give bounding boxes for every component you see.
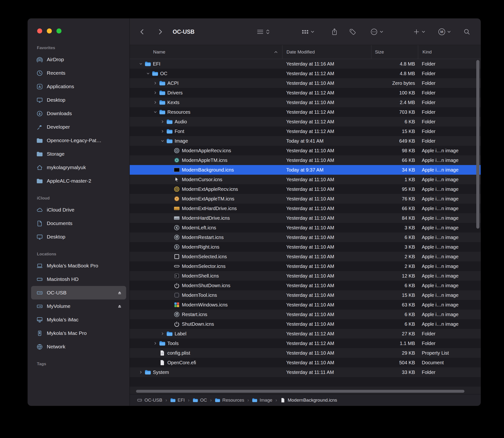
- sidebar-item-mykola-s-imac[interactable]: Mykola’s iMac: [31, 313, 126, 327]
- sidebar-item-mykolagrymalyuk[interactable]: mykolagrymalyuk: [31, 161, 126, 174]
- sidebar-item-airdrop[interactable]: AirDrop: [31, 53, 126, 66]
- table-row[interactable]: ResourcesYesterday at 11:12 AM703 KBFold…: [130, 107, 481, 117]
- table-row[interactable]: ModernExtHardDrive.icnsYesterday at 11:1…: [130, 204, 481, 213]
- table-row[interactable]: ShutDown.icnsYesterday at 11:10 AM6 KBAp…: [130, 319, 481, 329]
- table-row[interactable]: ModernAppleTM.icnsYesterday at 11:10 AM6…: [130, 155, 481, 165]
- sidebar-item-desktop[interactable]: Desktop: [31, 93, 126, 107]
- path-item-modernbackground-icns[interactable]: ModernBackground.icns: [280, 397, 337, 403]
- column-header-size[interactable]: Size: [371, 45, 418, 59]
- sidebar-item-applications[interactable]: AApplications: [31, 80, 126, 93]
- sidebar-item-mykola-s-mac-pro[interactable]: Mykola’s Mac Pro: [31, 327, 126, 340]
- path-item-resources[interactable]: Resources: [215, 397, 244, 403]
- date-modified-cell: Yesterday at 11:16 AM: [282, 61, 371, 67]
- table-row[interactable]: Restart.icnsYesterday at 11:10 AM6 KBApp…: [130, 310, 481, 319]
- table-row[interactable]: ModernSelected.icnsYesterday at 11:10 AM…: [130, 252, 481, 261]
- sidebar-item-macintosh-hd[interactable]: Macintosh HD: [31, 273, 126, 286]
- table-row[interactable]: ModernTool.icnsYesterday at 11:10 AM15 K…: [130, 290, 481, 300]
- vertical-scrollbar[interactable]: [476, 60, 479, 229]
- eject-icon[interactable]: [117, 290, 122, 295]
- table-row[interactable]: ModernHardDrive.icnsYesterday at 11:10 A…: [130, 213, 481, 223]
- table-row[interactable]: ModernShutDown.icnsYesterday at 11:10 AM…: [130, 281, 481, 290]
- table-row[interactable]: EFIYesterday at 11:16 AM4.8 MBFolder: [130, 59, 481, 69]
- toolbar: OC-USB: [130, 19, 481, 45]
- eject-icon[interactable]: [117, 304, 122, 309]
- disclosure-closed-icon[interactable]: [153, 100, 158, 105]
- table-row[interactable]: ACPIYesterday at 11:10 AMZero bytesFolde…: [130, 78, 481, 88]
- table-row[interactable]: ModernRight.icnsYesterday at 11:10 AM3 K…: [130, 242, 481, 252]
- sidebar-item-developer[interactable]: Developer: [31, 120, 126, 134]
- path-item-image[interactable]: Image: [252, 397, 272, 403]
- table-row[interactable]: OCYesterday at 11:12 AM4.8 MBFolder: [130, 69, 481, 78]
- column-header-name[interactable]: Name: [130, 45, 282, 59]
- file-name: ModernExtAppleTM.icns: [182, 196, 234, 202]
- group-by-button[interactable]: [302, 29, 314, 35]
- folder-icon: [159, 109, 165, 115]
- disclosure-closed-icon[interactable]: [153, 90, 158, 95]
- disclosure-closed-icon[interactable]: [153, 341, 158, 346]
- table-row[interactable]: ModernLeft.icnsYesterday at 11:10 AM3 KB…: [130, 223, 481, 232]
- disclosure-open-icon[interactable]: [153, 110, 158, 115]
- close-button[interactable]: [37, 28, 42, 33]
- disclosure-closed-icon[interactable]: [138, 370, 143, 375]
- more-options-button[interactable]: [370, 28, 383, 35]
- external-drive-icon: [36, 303, 43, 310]
- table-row[interactable]: ModernAppleRecv.icnsYesterday at 11:10 A…: [130, 146, 481, 155]
- sidebar-item-myvolume[interactable]: MyVolume: [31, 299, 126, 313]
- column-header-kind[interactable]: Kind: [418, 45, 481, 59]
- search-button[interactable]: [463, 28, 470, 35]
- table-row[interactable]: ImageToday at 9:41 AM649 KBFolder: [130, 136, 481, 146]
- disclosure-open-icon[interactable]: [138, 61, 143, 66]
- disclosure-closed-icon[interactable]: [160, 119, 165, 124]
- horizontal-scrollbar[interactable]: [136, 390, 464, 393]
- table-row[interactable]: SystemYesterday at 11:11 AM33 KBFolder: [130, 367, 481, 377]
- disclosure-closed-icon[interactable]: [160, 129, 165, 134]
- table-row[interactable]: ModernShell.icnsYesterday at 11:10 AM12 …: [130, 271, 481, 281]
- sidebar-item-downloads[interactable]: Downloads: [31, 107, 126, 120]
- sidebar-item-documents[interactable]: Documents: [31, 217, 126, 230]
- add-button[interactable]: [413, 29, 425, 35]
- path-item-oc[interactable]: OC: [193, 397, 207, 403]
- file-name-cell: ModernRight.icns: [130, 244, 282, 250]
- path-item-efi[interactable]: EFI: [170, 397, 185, 403]
- table-row[interactable]: ModernExtAppleTM.icnsYesterday at 11:10 …: [130, 194, 481, 204]
- table-row[interactable]: ModernExtAppleRecv.icnsYesterday at 11:1…: [130, 184, 481, 194]
- table-row[interactable]: LabelYesterday at 11:12 AM27 KBFolder: [130, 329, 481, 339]
- sidebar-item-recents[interactable]: Recents: [31, 66, 126, 80]
- sidebar-item-opencore-legacy-pat[interactable]: Opencore-Legacy-Pat…: [31, 134, 126, 147]
- disclosure-open-icon[interactable]: [160, 138, 165, 143]
- table-row[interactable]: ModernBackground.icnsToday at 9:37 AM34 …: [130, 165, 481, 175]
- sidebar-item-desktop[interactable]: Desktop: [31, 230, 126, 244]
- restart-circle-icon: [174, 311, 180, 318]
- column-header-date-modified[interactable]: Date Modified: [282, 45, 371, 59]
- forward-button[interactable]: [156, 28, 164, 36]
- sidebar-item-network[interactable]: Network: [31, 340, 126, 353]
- table-row[interactable]: config.plistYesterday at 11:10 AM29 KBPr…: [130, 348, 481, 358]
- table-row[interactable]: ModernSelector.icnsYesterday at 11:10 AM…: [130, 261, 481, 271]
- zoom-button[interactable]: [57, 28, 61, 33]
- sidebar-item-applealc-master-2[interactable]: AppleALC-master-2: [31, 174, 126, 188]
- table-row[interactable]: ModernCursor.icnsYesterday at 11:10 AM1 …: [130, 175, 481, 184]
- table-row[interactable]: ToolsYesterday at 11:12 AM1.1 MBFolder: [130, 339, 481, 348]
- table-row[interactable]: DriversYesterday at 11:12 AM100 KBFolder: [130, 88, 481, 98]
- view-options-button[interactable]: [257, 29, 270, 35]
- tags-button[interactable]: [349, 28, 356, 35]
- table-row[interactable]: AudioYesterday at 11:12 AM6 KBFolder: [130, 117, 481, 126]
- chevron-down-icon: [311, 31, 314, 33]
- disclosure-closed-icon[interactable]: [160, 331, 165, 336]
- share-button[interactable]: [331, 28, 338, 35]
- disclosure-closed-icon[interactable]: [153, 80, 158, 86]
- sidebar-item-icloud-drive[interactable]: iCloud Drive: [31, 203, 126, 217]
- table-row[interactable]: OpenCore.efiYesterday at 11:10 AM504 KBD…: [130, 358, 481, 367]
- table-row[interactable]: ModernRestart.icnsYesterday at 11:10 AM6…: [130, 232, 481, 242]
- sidebar-item-oc-usb[interactable]: OC-USB: [31, 286, 126, 299]
- table-row[interactable]: FontYesterday at 11:12 AM15 KBFolder: [130, 126, 481, 136]
- sidebar-item-storage[interactable]: Storage: [31, 147, 126, 161]
- account-button[interactable]: M: [438, 28, 451, 35]
- back-button[interactable]: [138, 28, 146, 36]
- sidebar-item-mykola-s-macbook-pro[interactable]: Mykola’s MacBook Pro: [31, 259, 126, 273]
- table-row[interactable]: KextsYesterday at 11:10 AM2.4 MBFolder: [130, 98, 481, 107]
- disclosure-open-icon[interactable]: [145, 71, 151, 76]
- path-item-oc-usb[interactable]: OC-USB: [137, 397, 162, 403]
- table-row[interactable]: ModernWindows.icnsYesterday at 11:10 AM6…: [130, 300, 481, 310]
- minimize-button[interactable]: [47, 28, 52, 33]
